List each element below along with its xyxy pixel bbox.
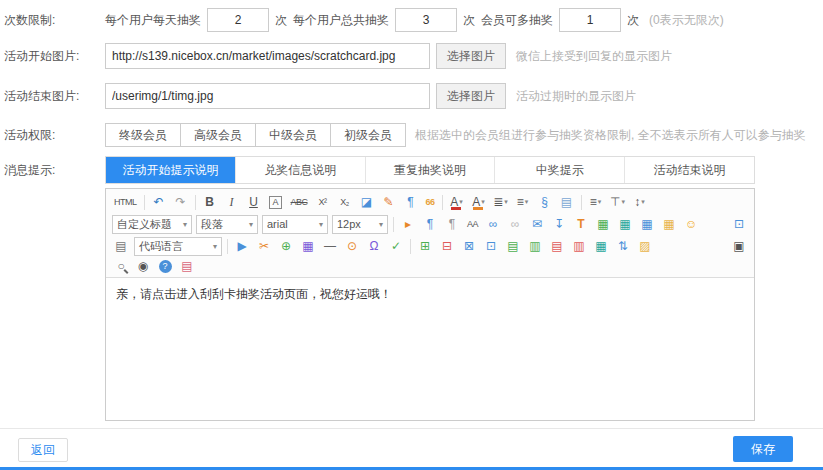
para-ltr-icon[interactable]: ¶ <box>420 215 440 233</box>
delete-table-icon[interactable]: ⊟ <box>437 237 457 255</box>
vertical-align-icon[interactable]: ⊤▾ <box>608 193 628 211</box>
permission-row: 活动权限: 终级会员 高级会员 中级会员 初级会员 根据选中的会员组进行参与抽奖… <box>0 116 823 154</box>
total-input[interactable] <box>395 8 457 32</box>
search-icon[interactable]: ○ <box>111 257 131 275</box>
preview-icon[interactable]: ▤ <box>177 257 197 275</box>
table-blue-icon[interactable]: ▦ <box>637 215 657 233</box>
link-icon[interactable]: ∞ <box>483 215 503 233</box>
code-language-dropdown[interactable]: 代码语言▾ <box>134 237 222 256</box>
unordered-list-icon[interactable]: ≡▾ <box>513 193 533 211</box>
email-icon[interactable]: ✉ <box>527 215 547 233</box>
unlink-icon[interactable]: ∞ <box>505 215 525 233</box>
table-green-icon[interactable]: ▦ <box>593 215 613 233</box>
toolbar-separator <box>144 195 145 210</box>
bold-icon[interactable]: B <box>200 193 220 211</box>
tab-activity-end[interactable]: 活动结束说明 <box>625 157 754 183</box>
font-border-icon[interactable]: A <box>266 193 286 211</box>
table-teal-icon[interactable]: ▦ <box>615 215 635 233</box>
per-day-input[interactable] <box>207 8 269 32</box>
start-image-hint: 微信上接受到回复的显示图片 <box>516 48 672 65</box>
paste-plain-icon[interactable]: ¶ <box>401 193 421 211</box>
tab-win-prompt[interactable]: 中奖提示 <box>495 157 625 183</box>
date-time-icon[interactable]: ⊙ <box>342 237 362 255</box>
underline-icon[interactable]: U <box>244 193 264 211</box>
end-image-input[interactable] <box>105 83 430 109</box>
back-color-icon[interactable]: A▾ <box>469 193 489 211</box>
help-icon[interactable]: ? <box>155 257 175 275</box>
word-count-icon[interactable]: AA <box>464 215 481 233</box>
sort-table-icon[interactable]: ⇅ <box>613 237 633 255</box>
screenshot-icon[interactable]: ✂ <box>254 237 274 255</box>
source-icon[interactable]: HTML <box>111 193 140 211</box>
tab-repeat-draw[interactable]: 重复抽奖说明 <box>366 157 496 183</box>
remove-format-icon[interactable]: ◪ <box>357 193 377 211</box>
cursor-icon[interactable]: ▸ <box>398 215 418 233</box>
split-cells-icon[interactable]: ⊡ <box>481 237 501 255</box>
find-replace-icon[interactable]: ◉ <box>133 257 153 275</box>
insert-col-icon[interactable]: ▥ <box>525 237 545 255</box>
perm-ultimate-member-button[interactable]: 终级会员 <box>105 123 181 147</box>
strikethrough-icon[interactable]: ABC <box>288 193 311 211</box>
redo-icon[interactable]: ↷ <box>171 193 191 211</box>
end-image-hint: 活动过期时的显示图片 <box>516 88 636 105</box>
table-header-icon[interactable]: ▦ <box>591 237 611 255</box>
table-shade-icon[interactable]: ▨ <box>635 237 655 255</box>
perm-junior-member-button[interactable]: 初级会员 <box>330 123 406 147</box>
subscript-icon[interactable]: X₂ <box>335 193 355 211</box>
insert-row-icon[interactable]: ▤ <box>503 237 523 255</box>
start-image-input[interactable] <box>105 43 430 69</box>
perm-middle-member-button[interactable]: 中级会员 <box>255 123 331 147</box>
toolbar-row-2: 自定义标题▾段落▾arial▾12px▾▸¶¶AA∞∞✉↧T▦▦▦▦☺⊡ <box>110 213 750 235</box>
toolbar-row-1: HTML↶↷BIUAABCX²X₂◪✎¶66A▾A▾≣▾≡▾§▤≡▾⊤▾↕▾ <box>110 191 750 213</box>
toolbar-row-3: ▤代码语言▾▶✂⊕▦—⊙Ω✓⊞⊟⊠⊡▤▥▤▥▦⇅▨▣ <box>110 235 750 257</box>
end-image-label: 活动结束图片: <box>0 88 105 105</box>
save-button[interactable]: 保存 <box>733 436 793 462</box>
chart-icon[interactable]: ▦ <box>298 237 318 255</box>
merge-cells-icon[interactable]: ⊠ <box>459 237 479 255</box>
delete-col-icon[interactable]: ▥ <box>569 237 589 255</box>
delete-row-icon[interactable]: ▤ <box>547 237 567 255</box>
map-icon[interactable]: ⊕ <box>276 237 296 255</box>
editor-content[interactable]: 亲，请点击进入刮刮卡抽奖活动页面，祝您好运哦！ <box>106 278 754 420</box>
spellcheck-icon[interactable]: ✓ <box>386 237 406 255</box>
blockquote-icon[interactable]: 66 <box>423 193 438 211</box>
member-extra-input[interactable] <box>559 8 621 32</box>
font-size-dropdown[interactable]: 12px▾ <box>332 215 388 234</box>
pagebreak-icon[interactable]: ▤ <box>557 193 577 211</box>
perm-senior-member-button[interactable]: 高级会员 <box>180 123 256 147</box>
text-style-icon[interactable]: T <box>571 215 591 233</box>
end-image-pick-button[interactable]: 选择图片 <box>436 83 506 109</box>
member-level-group: 终级会员 高级会员 中级会员 初级会员 <box>105 123 405 147</box>
start-image-label: 活动开始图片: <box>0 48 105 65</box>
anchor-icon[interactable]: § <box>535 193 555 211</box>
horizontal-rule-icon[interactable]: — <box>320 237 340 255</box>
member-extra-unit: 次 <box>627 12 639 29</box>
insert-table-icon[interactable]: ⊞ <box>415 237 435 255</box>
undo-icon[interactable]: ↶ <box>149 193 169 211</box>
back-button[interactable]: 返回 <box>18 438 68 462</box>
fullscreen-icon[interactable]: ⊡ <box>729 215 749 233</box>
ordered-list-icon[interactable]: ≣▾ <box>491 193 511 211</box>
tab-redeem-info[interactable]: 兑奖信息说明 <box>236 157 366 183</box>
start-image-row: 活动开始图片: 选择图片 微信上接受到回复的显示图片 <box>0 36 823 76</box>
font-family-dropdown[interactable]: arial▾ <box>262 215 328 234</box>
tab-activity-start-prompt[interactable]: 活动开始提示说明 <box>106 157 236 183</box>
italic-icon[interactable]: I <box>222 193 242 211</box>
video-icon[interactable]: ▶ <box>232 237 252 255</box>
line-height-icon[interactable]: ↕▾ <box>630 193 650 211</box>
fore-color-icon[interactable]: A▾ <box>447 193 467 211</box>
special-chars-icon[interactable]: Ω <box>364 237 384 255</box>
emoji-icon[interactable]: ☺ <box>681 215 701 233</box>
para-rtl-icon[interactable]: ¶ <box>442 215 462 233</box>
code-search-icon[interactable]: ▤ <box>111 237 131 255</box>
superscript-icon[interactable]: X² <box>313 193 333 211</box>
custom-title-dropdown[interactable]: 自定义标题▾ <box>112 215 192 234</box>
start-image-pick-button[interactable]: 选择图片 <box>436 43 506 69</box>
table-yellow-icon[interactable]: ▦ <box>659 215 679 233</box>
justify-icon[interactable]: ≡▾ <box>586 193 606 211</box>
paragraph-format-dropdown[interactable]: 段落▾ <box>196 215 258 234</box>
print-icon[interactable]: ▣ <box>729 237 749 255</box>
attachment-icon[interactable]: ↧ <box>549 215 569 233</box>
toolbar-separator <box>195 195 196 210</box>
format-painter-icon[interactable]: ✎ <box>379 193 399 211</box>
